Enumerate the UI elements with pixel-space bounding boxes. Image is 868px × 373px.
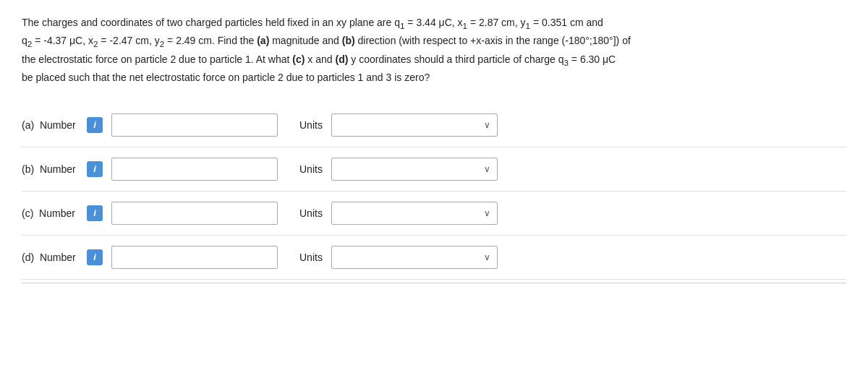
row-a: (a) Number i Units	[22, 103, 846, 147]
row-a-units-select[interactable]	[331, 113, 498, 137]
row-a-units-label: Units	[299, 119, 323, 131]
row-a-label: (a) Number	[22, 119, 87, 131]
row-c-units-select-wrapper	[331, 202, 498, 225]
problem-description: The charges and coordinates of two charg…	[22, 14, 846, 86]
row-c-units-label: Units	[299, 207, 323, 219]
row-b: (b) Number i Units	[22, 147, 846, 192]
row-d-label: (d) Number	[22, 252, 87, 263]
row-b-units-select[interactable]	[331, 158, 498, 181]
row-b-units-label: Units	[299, 163, 323, 175]
row-b-info-button[interactable]: i	[87, 161, 103, 177]
row-d-info-button[interactable]: i	[87, 249, 103, 265]
row-a-number-input[interactable]	[111, 113, 278, 137]
row-b-number-input[interactable]	[111, 158, 278, 181]
row-d-number-input[interactable]	[111, 246, 278, 269]
row-c-number-input[interactable]	[111, 202, 278, 225]
row-a-info-button[interactable]: i	[87, 117, 103, 133]
row-b-units-select-wrapper	[331, 158, 498, 181]
row-c-info-button[interactable]: i	[87, 205, 103, 221]
bottom-divider	[22, 283, 846, 283]
row-d-units-label: Units	[299, 252, 323, 263]
row-d-units-select-wrapper	[331, 246, 498, 269]
row-a-units-select-wrapper	[331, 113, 498, 137]
row-d: (d) Number i Units	[22, 236, 846, 280]
row-b-label: (b) Number	[22, 163, 87, 175]
main-container: The charges and coordinates of two charg…	[0, 0, 868, 298]
row-d-units-select[interactable]	[331, 246, 498, 269]
row-c: (c) Number i Units	[22, 192, 846, 236]
row-c-label: (c) Number	[22, 207, 87, 219]
row-c-units-select[interactable]	[331, 202, 498, 225]
answer-rows: (a) Number i Units (b) Number i Units	[22, 103, 846, 280]
